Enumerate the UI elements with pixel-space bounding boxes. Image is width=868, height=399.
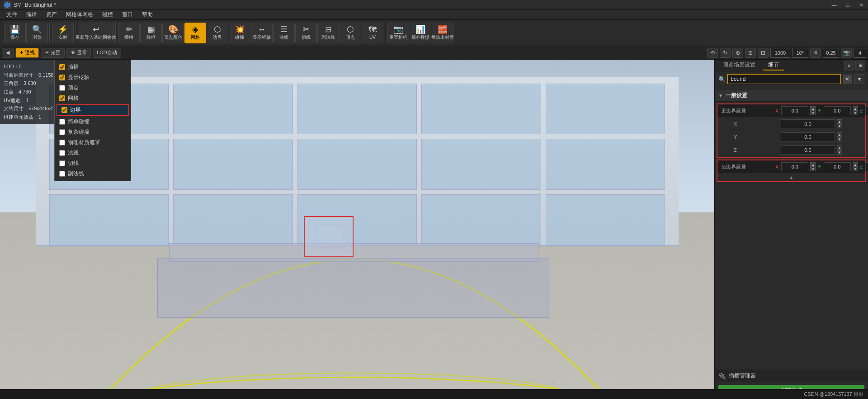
normal-button[interactable]: ☰ 法线 [273,23,295,43]
spin-down[interactable]: ▼ [810,167,816,171]
viewport[interactable]: LOD：0 当前屏幕尺寸：0.115897 三角形：3,630 顶点：4,730… [0,60,714,399]
menu-item-pivot[interactable]: 显示枢轴 [55,72,131,83]
menu-item-normals[interactable]: 法线 [55,148,131,158]
grid-size-input[interactable] [770,48,790,58]
y-spin-down[interactable]: ▼ [837,137,842,141]
extra-data-button[interactable]: 📊 额外数据 [410,23,431,43]
pos-bound-x-input[interactable] [781,119,835,128]
browse-button[interactable]: 🔍 浏览 [26,23,48,43]
menu-item-binormals[interactable]: 副法线 [55,169,131,179]
vertex-checkbox[interactable] [59,85,65,91]
grid-toggle-btn[interactable]: ⊞ [745,48,756,58]
simple-collision-checkbox[interactable] [59,119,65,125]
save-button[interactable]: 💾 保存 [4,23,26,43]
maximize-button[interactable]: □ [841,0,854,10]
socket-button[interactable]: ✏ 插槽 [118,23,140,43]
tangents-checkbox[interactable] [59,160,65,166]
tab-details[interactable]: 细节 [763,60,784,70]
neg-bound-z-header-input[interactable] [865,162,868,171]
search-clear-btn[interactable]: ✕ [843,75,852,84]
menu-item-physics-material[interactable]: 物理材质遮罩 [55,137,131,148]
perspective-btn[interactable]: ✦ 透视 [15,48,39,58]
tab-preview-settings[interactable]: 预览场景设置 [717,60,761,70]
camera-speed-input[interactable] [854,48,866,58]
grid-checkbox[interactable] [59,95,65,101]
physics-material-checkbox[interactable] [59,140,65,146]
reset-camera-button[interactable]: 📷 重置相机 [387,23,409,43]
close-button[interactable]: ✕ [854,0,868,10]
menu-collision[interactable]: 碰撞 [98,10,118,19]
bake-material-button[interactable]: 🧱 烘焙出材质 [432,23,453,43]
lighting-btn[interactable]: ☀ 光照 [41,48,65,58]
menu-edit[interactable]: 编辑 [22,10,42,19]
spin-down[interactable]: ▼ [810,111,816,115]
y-spin-up[interactable]: ▲ [837,132,842,137]
socket-checkbox[interactable] [59,64,65,70]
spin-up[interactable]: ▲ [853,106,858,111]
realtime-button[interactable]: ⚡ 实时 [52,23,74,43]
collision-button[interactable]: 💥 碰撞 [229,23,250,43]
wireframe-button[interactable]: ▦ 线框 [140,23,162,43]
complex-collision-checkbox[interactable] [59,129,65,135]
spin-up[interactable]: ▲ [810,106,816,111]
menu-file[interactable]: 文件 [2,10,22,19]
menu-mesh[interactable]: 网格体网格 [61,10,98,19]
boundary-checkbox[interactable] [61,107,67,113]
menu-window[interactable]: 窗口 [118,10,137,19]
general-settings-header[interactable]: ▼ 一般设置 [715,90,868,102]
snap-icon[interactable]: ⚙ [810,48,821,58]
menu-item-grid[interactable]: 网格 [55,93,131,103]
search-input[interactable] [727,74,841,84]
menu-item-complex-collision[interactable]: 复杂碰撞 [55,127,131,137]
camera-speed-icon[interactable]: 📷 [841,48,852,58]
binormal-button[interactable]: ⊟ 副法线 [317,23,339,43]
pivot-button[interactable]: ↔ 显示枢轴 [251,23,273,43]
normals-checkbox[interactable] [59,150,65,156]
spin-up[interactable]: ▲ [810,162,816,167]
neg-bound-y-header-input[interactable] [824,162,851,171]
vertexcolor-button[interactable]: 🎨 顶点颜色 [162,23,184,43]
panel-icon-1[interactable]: ≡ [844,61,854,70]
x-spin-down[interactable]: ▼ [837,124,842,128]
spin-up[interactable]: ▲ [853,162,858,167]
pos-bound-z-header-input[interactable] [865,106,868,115]
mode-dropdown-btn[interactable]: ◀ [2,48,14,58]
pos-bound-y-input[interactable] [781,132,835,141]
menu-item-boundary[interactable]: 边界 [57,104,129,116]
boundary-button[interactable]: ⬡ 边界 [207,23,228,43]
uv-button[interactable]: 🗺 UV [362,23,383,43]
menu-item-tangents[interactable]: 切线 [55,158,131,169]
pivot-checkbox[interactable] [59,75,65,80]
zoom-icon-btn[interactable]: ⊕ [732,48,743,58]
rotate-icon-btn[interactable]: ⟲ [707,48,718,58]
show-btn[interactable]: 👁 显示 [66,48,91,58]
pos-bound-y-header-input[interactable] [824,106,851,115]
pos-bound-x-header-input[interactable] [781,106,808,115]
spin-down[interactable]: ▼ [853,167,858,171]
tangent-button[interactable]: ✂ 切线 [295,23,317,43]
neg-bound-collapse[interactable]: ▲ [717,174,865,181]
z-spin-down[interactable]: ▼ [837,150,842,155]
scale-input[interactable] [823,48,839,58]
reimport-button[interactable]: ↩ 重新导入基础网格体 [78,23,114,43]
vertex-button[interactable]: ⬡ 顶点 [340,23,361,43]
minimize-button[interactable]: — [827,0,841,10]
snap-toggle-btn[interactable]: ⊡ [758,48,769,58]
x-spin-up[interactable]: ▲ [837,119,842,124]
z-spin-up[interactable]: ▲ [837,146,842,150]
orbit-icon-btn[interactable]: ↻ [720,48,731,58]
panel-icon-2[interactable]: ⊞ [855,61,865,70]
search-options-btn[interactable]: ▼ [854,74,864,84]
spin-down[interactable]: ▼ [853,111,858,115]
binormals-checkbox[interactable] [59,171,65,177]
menu-help[interactable]: 帮助 [137,10,157,19]
neg-bound-x-header-input[interactable] [781,162,808,171]
lod-auto-btn[interactable]: LOD自动 [93,48,121,58]
rotation-snap-input[interactable] [792,48,808,58]
menu-asset[interactable]: 资产 [42,10,61,19]
pos-bound-z-input[interactable] [781,146,835,155]
mesh-button[interactable]: ◈ 网格 [184,23,206,43]
menu-item-socket[interactable]: 插槽 [55,62,131,72]
menu-item-simple-collision[interactable]: 简单碰撞 [55,117,131,127]
menu-item-vertex[interactable]: 顶点 [55,83,131,93]
